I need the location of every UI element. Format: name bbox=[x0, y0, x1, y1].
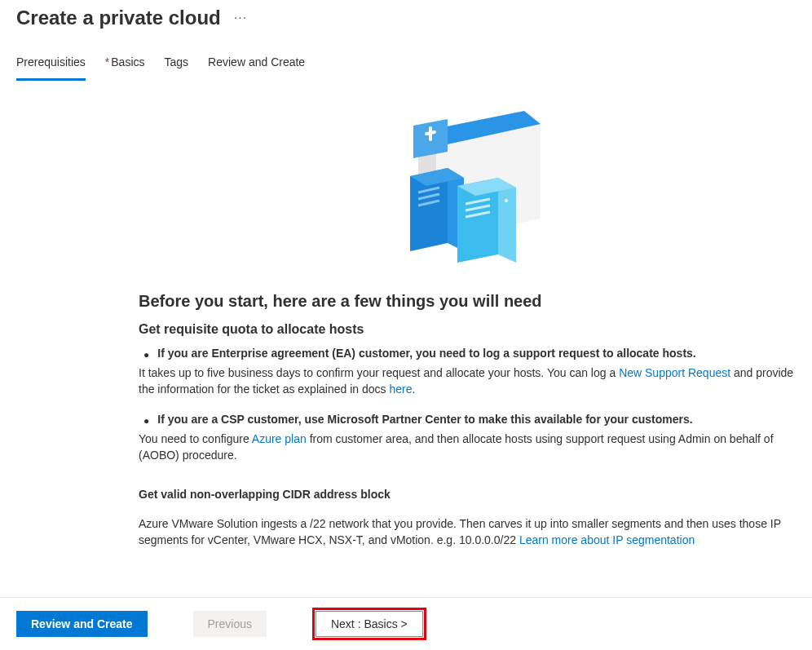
tab-basics[interactable]: * Basics bbox=[105, 55, 145, 81]
tab-label: Review and Create bbox=[208, 55, 305, 69]
ea-text1: It takes up to five business days to con… bbox=[139, 366, 619, 379]
more-icon[interactable]: ··· bbox=[234, 11, 247, 25]
tab-tags[interactable]: Tags bbox=[165, 55, 189, 81]
csp-block: ● If you are a CSP customer, use Microso… bbox=[139, 413, 796, 464]
previous-button: Previous bbox=[193, 611, 267, 637]
review-and-create-button[interactable]: Review and Create bbox=[16, 611, 148, 637]
ea-text3: . bbox=[412, 382, 415, 396]
new-support-request-link[interactable]: New Support Request bbox=[619, 366, 730, 379]
required-indicator: * bbox=[105, 55, 109, 69]
bullet-icon: ● bbox=[143, 413, 149, 429]
tab-prerequisities[interactable]: Prerequisities bbox=[16, 55, 86, 81]
csp-text1: You need to configure bbox=[139, 432, 252, 445]
tab-label: Tags bbox=[165, 55, 189, 69]
tab-label: Basics bbox=[111, 55, 144, 69]
bullet-icon: ● bbox=[143, 347, 149, 363]
quota-heading: Get requisite quota to allocate hosts bbox=[139, 322, 796, 337]
tabs-bar: Prerequisities * Basics Tags Review and … bbox=[0, 29, 812, 82]
next-basics-button[interactable]: Next : Basics > bbox=[316, 611, 423, 637]
ea-bold: If you are Enterprise agreement (EA) cus… bbox=[157, 347, 695, 360]
tab-label: Prerequisities bbox=[16, 55, 86, 69]
tab-review-create[interactable]: Review and Create bbox=[208, 55, 305, 81]
before-start-heading: Before you start, here are a few things … bbox=[139, 292, 796, 311]
cidr-heading: Get valid non-overlapping CIDR address b… bbox=[139, 488, 796, 501]
page-title: Create a private cloud bbox=[16, 7, 221, 29]
csp-bold: If you are a CSP customer, use Microsoft… bbox=[157, 413, 692, 426]
servers-illustration bbox=[377, 104, 557, 268]
footer-bar: Review and Create Previous Next : Basics… bbox=[0, 597, 812, 650]
ea-block: ● If you are Enterprise agreement (EA) c… bbox=[139, 347, 796, 398]
docs-here-link[interactable]: here bbox=[389, 382, 412, 396]
svg-point-16 bbox=[505, 199, 508, 202]
azure-plan-link[interactable]: Azure plan bbox=[252, 432, 307, 445]
content-area: Before you start, here are a few things … bbox=[0, 104, 812, 549]
ip-segmentation-link[interactable]: Learn more about IP segmentation bbox=[519, 533, 695, 546]
next-highlight: Next : Basics > bbox=[312, 608, 426, 640]
